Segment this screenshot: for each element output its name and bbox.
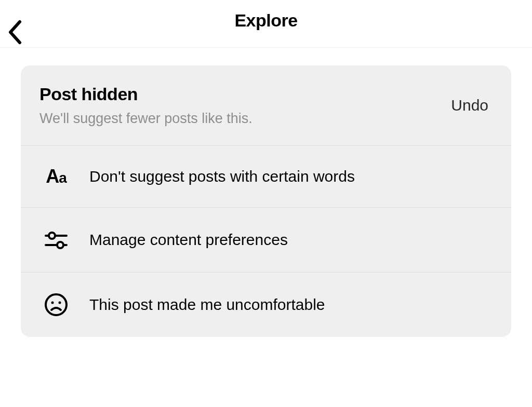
back-button[interactable] <box>7 20 23 46</box>
option-content-preferences[interactable]: Manage content preferences <box>21 207 511 272</box>
svg-point-6 <box>59 302 61 304</box>
option-uncomfortable[interactable]: This post made me uncomfortable <box>21 272 511 337</box>
svg-point-4 <box>46 294 66 315</box>
option-label: This post made me uncomfortable <box>89 296 325 314</box>
text-aa-icon: Aa <box>43 166 70 187</box>
svg-point-3 <box>57 242 63 248</box>
card-header-text: Post hidden We'll suggest fewer posts li… <box>39 84 252 127</box>
sad-face-icon <box>43 292 70 317</box>
card-subtitle: We'll suggest fewer posts like this. <box>39 111 252 127</box>
undo-button[interactable]: Undo <box>451 97 488 114</box>
svg-point-5 <box>51 302 54 304</box>
header: Explore <box>0 0 532 48</box>
card-title: Post hidden <box>39 84 252 104</box>
post-hidden-card: Post hidden We'll suggest fewer posts li… <box>21 65 511 337</box>
option-label: Don't suggest posts with certain words <box>89 168 355 185</box>
page-title: Explore <box>8 10 524 31</box>
svg-point-1 <box>49 233 55 239</box>
option-filter-words[interactable]: Aa Don't suggest posts with certain word… <box>21 146 511 207</box>
card-header: Post hidden We'll suggest fewer posts li… <box>21 65 511 146</box>
chevron-left-icon <box>7 38 23 46</box>
sliders-icon <box>43 227 70 252</box>
option-label: Manage content preferences <box>89 231 288 249</box>
